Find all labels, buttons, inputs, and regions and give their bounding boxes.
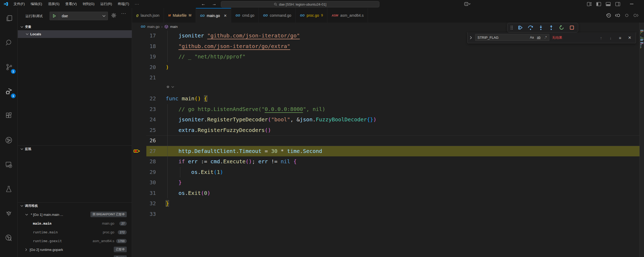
start-debug-button[interactable] xyxy=(50,12,59,20)
activity-item-source-control[interactable]: 1 xyxy=(2,61,15,73)
next-change-icon[interactable] xyxy=(633,13,639,18)
line-number[interactable]: 20 xyxy=(132,62,156,73)
menu-item[interactable]: 选择(S) xyxy=(45,0,62,8)
line-number[interactable]: 30 xyxy=(132,177,156,188)
command-center-search[interactable]: dae [SSH: legion-ubuntu24-01] xyxy=(221,1,379,7)
codelens-widget[interactable] xyxy=(166,85,174,89)
activity-item-explorer[interactable] xyxy=(2,12,15,24)
match-case-toggle[interactable]: Aa xyxy=(528,36,535,39)
line-number[interactable]: 24 xyxy=(132,114,156,125)
tab-command.go[interactable]: GOcommand.go xyxy=(259,8,296,23)
activity-item-testing[interactable] xyxy=(2,183,15,195)
activity-item-search[interactable] xyxy=(2,36,15,49)
stop-button[interactable] xyxy=(568,24,576,32)
customize-layout-icon[interactable] xyxy=(585,1,593,7)
code-line-25[interactable]: 25 extra.RegisterFuzzyDecoders() xyxy=(132,125,640,136)
code-line-32[interactable]: 32} xyxy=(132,198,640,209)
activity-item-commit-graph[interactable] xyxy=(2,134,15,147)
minimize-window-icon[interactable] xyxy=(628,1,636,7)
line-number[interactable]: 29 xyxy=(132,167,156,178)
code-editor[interactable]: 17 jsoniter "github.com/json-iterator/go… xyxy=(132,31,640,257)
call-stack-section-header[interactable]: 调用堆栈 xyxy=(18,202,132,209)
line-number[interactable]: 19 xyxy=(132,52,156,62)
call-stack-thread[interactable]: * [Go 1] main.main ...因 BREAKPOINT 已暂停 xyxy=(18,210,132,219)
tab-main.go[interactable]: GOmain.go✕ xyxy=(196,8,231,23)
call-stack-thread[interactable]: 已暂停 xyxy=(18,254,132,257)
menu-item[interactable]: 运行(R) xyxy=(97,0,115,8)
code-line-31[interactable]: 31 os.Exit(0) xyxy=(132,188,640,199)
code-line-33[interactable]: 33 xyxy=(132,209,640,220)
call-stack-frame[interactable]: runtime.goexitasm_amd64.s1700 xyxy=(18,237,132,245)
close-icon[interactable]: ✕ xyxy=(224,14,227,18)
toggle-replace-icon[interactable] xyxy=(468,32,474,43)
step-out-button[interactable] xyxy=(547,24,556,32)
toggle-panel-icon[interactable] xyxy=(604,1,612,7)
previous-match-icon[interactable]: ↑ xyxy=(598,36,604,40)
close-icon[interactable]: ✕ xyxy=(626,35,633,40)
code-line-27[interactable]: 27 http.DefaultClient.Timeout = 30 * tim… xyxy=(132,146,640,157)
line-number[interactable]: 22 xyxy=(132,93,156,104)
next-match-icon[interactable]: ↓ xyxy=(607,36,614,40)
line-number[interactable]: 23 xyxy=(132,104,156,115)
toggle-secondary-sidebar-icon[interactable] xyxy=(614,1,622,7)
code-line-26[interactable]: 26 xyxy=(132,135,640,146)
debug-configuration-dropdown[interactable]: dae xyxy=(50,12,108,20)
activity-item-code-inspect[interactable] xyxy=(2,232,15,244)
toolbar-drag-handle[interactable] xyxy=(509,24,514,32)
gear-icon[interactable] xyxy=(111,13,116,18)
line-number[interactable]: 33 xyxy=(132,209,156,220)
whole-word-toggle[interactable]: ab xyxy=(535,36,542,39)
regex-toggle[interactable]: .* xyxy=(542,36,549,39)
navigate-back-button[interactable]: ← xyxy=(199,1,207,7)
code-line-22[interactable]: 22func main() { xyxy=(132,93,640,104)
tab-proc.go[interactable]: GOproc.go9 xyxy=(296,8,327,23)
tab-Makefile[interactable]: MMakefileM xyxy=(164,8,196,23)
code-line-23[interactable]: 23 // go http.ListenAndServe("0.0.0.0:80… xyxy=(132,104,640,115)
locals-scope-row[interactable]: Locals xyxy=(18,30,132,38)
activity-item-remote-explorer[interactable] xyxy=(2,158,15,171)
menu-item[interactable]: 查看(V) xyxy=(62,0,80,8)
line-number[interactable]: 26 xyxy=(132,135,156,146)
menu-item[interactable]: 终端(T) xyxy=(115,0,132,8)
step-into-button[interactable] xyxy=(537,24,545,32)
line-number[interactable]: 32 xyxy=(132,198,156,209)
current-change-icon[interactable] xyxy=(624,13,629,18)
previous-change-icon[interactable] xyxy=(615,13,621,18)
restart-button[interactable] xyxy=(557,24,566,32)
activity-item-extensions[interactable] xyxy=(2,109,15,122)
menu-item[interactable]: 文件(F) xyxy=(11,0,28,8)
line-number[interactable]: 25 xyxy=(132,125,156,136)
toggle-primary-sidebar-icon[interactable] xyxy=(595,1,603,7)
tab-cmd.go[interactable]: GOcmd.go xyxy=(231,8,259,23)
code-line-28[interactable]: 28 if err := cmd.Execute(); err != nil { xyxy=(132,156,640,167)
call-stack-frame[interactable]: main.mainmain.go27 xyxy=(18,219,132,228)
local-history-icon[interactable] xyxy=(606,13,611,18)
menu-item[interactable]: 编辑(E) xyxy=(28,0,45,8)
navigate-forward-button[interactable]: → xyxy=(210,1,218,7)
code-line-24[interactable]: 24 jsoniter.RegisterTypeDecoder("bool", … xyxy=(132,114,640,125)
code-line-21[interactable]: 21 xyxy=(132,72,640,83)
activity-item-run-and-debug[interactable]: 1 xyxy=(2,85,15,98)
call-stack-frame[interactable]: runtime.mainproc.go272 xyxy=(18,228,132,237)
find-in-selection-icon[interactable]: ≡ xyxy=(617,36,624,40)
breadcrumb-file[interactable]: main.go xyxy=(147,25,159,29)
line-number[interactable]: 17 xyxy=(132,31,156,41)
copilot-menu-icon[interactable] xyxy=(463,1,471,7)
code-line-20[interactable]: 20) xyxy=(132,62,640,73)
tab-asm_amd64.s[interactable]: ASMasm_amd64.s xyxy=(327,8,368,23)
code-line-29[interactable]: 29 os.Exit(1) xyxy=(132,167,640,178)
code-line-19[interactable]: 19 // _ "net/http/pprof" xyxy=(132,52,640,62)
line-number[interactable]: 21 xyxy=(132,72,156,83)
call-stack-thread[interactable]: [Go 2] runtime.gopark已暂停 xyxy=(18,245,132,254)
step-over-button[interactable] xyxy=(526,24,535,32)
line-number[interactable]: 28 xyxy=(132,156,156,167)
watch-section-header[interactable]: 监视 xyxy=(18,145,132,152)
code-line-30[interactable]: 30 } xyxy=(132,177,640,188)
activity-item-3d-extension[interactable] xyxy=(2,207,15,220)
find-input[interactable]: STRIP_FLAG Aa ab .* xyxy=(475,34,549,41)
continue-button[interactable] xyxy=(516,24,524,32)
codelens-row[interactable] xyxy=(132,83,640,94)
line-number[interactable]: 31 xyxy=(132,188,156,199)
line-number[interactable]: 27 xyxy=(132,146,156,157)
menu-item[interactable]: 转到(G) xyxy=(80,0,98,8)
